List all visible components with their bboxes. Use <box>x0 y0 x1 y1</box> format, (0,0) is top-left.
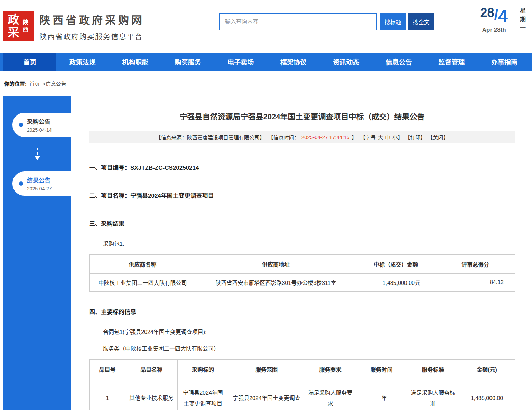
subject-table-row: 1 其他专业技术服务 宁强县2024年国土变更调查项目 宁强县2024年国土变更… <box>90 379 515 410</box>
subject-header-service-requirement: 服务要求 <box>305 359 356 379</box>
date-english: Apr 28th <box>480 27 508 34</box>
down-arrow-icon <box>3 147 71 161</box>
nav-item-framework-agreement[interactable]: 框架协议 <box>267 53 320 71</box>
section-result-heading: 三、采购结果 <box>89 219 515 227</box>
subject-header-service-scope: 服务范围 <box>228 359 305 379</box>
article-main: 宁强县自然资源局宁强县2024年国土变更调查项目中标（成交）结果公告 【信息来源… <box>71 96 532 410</box>
result-cell-supplier-address: 陕西省西安市雁塔区西影路301号办公楼3楼311室 <box>196 273 356 291</box>
subject-header-procurement-subject: 采购标的 <box>178 359 228 379</box>
nav-item-purchase-service[interactable]: 购买服务 <box>162 53 215 71</box>
sidebar-item-result-announcement[interactable]: 结果公告 2025-04-27 <box>12 171 71 196</box>
subject-cell-service-requirement: 满足采购人服务要求 <box>305 379 356 410</box>
search-input[interactable] <box>219 13 377 30</box>
contract-label: 合同包1(宁强县2024年国土变更调查项目): <box>103 327 515 336</box>
subject-cell-amount: 1,485,000.00 <box>459 379 515 410</box>
package-label: 采购包1: <box>103 239 515 248</box>
nav-item-supervision[interactable]: 监督管理 <box>425 53 478 71</box>
nav-item-home[interactable]: 首页 <box>3 53 56 71</box>
nav-item-announcements[interactable]: 信息公告 <box>373 53 426 71</box>
nav-item-guide[interactable]: 办事指南 <box>478 53 531 71</box>
sidebar-item-label: 结果公告 <box>27 176 71 184</box>
date-display: 28/4 Apr 28th <box>480 6 508 34</box>
subject-cell-service-scope: 宁强县2024年国土变更调查 <box>228 379 305 410</box>
result-table-row: 中陕核工业集团二一四大队有限公司 陕西省西安市雁塔区西影路301号办公楼3楼31… <box>90 273 515 291</box>
bullet-dot-icon <box>19 123 23 127</box>
result-table-header-row: 供应商名称 供应商地址 中标（成交）金额 评审总得分 <box>90 254 515 273</box>
sidebar-item-date: 2025-04-14 <box>27 127 71 133</box>
meta-source: 【信息来源：陕西嘉唐建设项目管理有限公司】 <box>156 133 265 141</box>
section-subject-heading: 四、主要标的信息 <box>89 307 515 316</box>
result-cell-total-score: 84.12 <box>436 273 515 291</box>
subject-cell-item-name: 其他专业技术服务 <box>125 379 178 410</box>
nav-item-news[interactable]: 资讯动态 <box>320 53 373 71</box>
site-logo[interactable]: 政采 陕西 <box>3 11 34 41</box>
service-class-label: 服务类（中陕核工业集团二一四大队有限公司） <box>103 344 515 352</box>
site-title: 陕西省政府采购网 <box>39 11 144 27</box>
subject-header-amount: 金额(元) <box>459 359 515 379</box>
bullet-dot-icon <box>19 181 23 186</box>
search-title-button[interactable]: 搜标题 <box>380 13 406 30</box>
subject-table-header-row: 品目号 品目名称 采购标的 服务范围 服务要求 服务时间 服务标准 金额(元) <box>90 359 515 379</box>
sidebar-item-purchase-announcement[interactable]: 采购公告 2025-04-14 <box>12 113 71 137</box>
font-size-small-button[interactable]: 小 <box>392 133 398 141</box>
logo-side-text: 陕西 <box>23 19 30 34</box>
meta-time-value: 2025-04-27 17:44:15 <box>301 134 349 140</box>
subject-header-service-standard: 服务标准 <box>407 359 459 379</box>
date-slash: / <box>494 7 498 23</box>
date-day: 28 <box>480 6 494 20</box>
result-header-award-amount: 中标（成交）金额 <box>356 254 436 273</box>
date-month: 4 <box>498 6 508 26</box>
font-size-large-button[interactable]: 大 <box>378 133 383 141</box>
breadcrumb-label: 你的位置: <box>4 80 27 87</box>
article-title: 宁强县自然资源局宁强县2024年国土变更调查项目中标（成交）结果公告 <box>89 112 515 122</box>
result-table: 供应商名称 供应商地址 中标（成交）金额 评审总得分 中陕核工业集团二一四大队有… <box>89 254 515 292</box>
subject-table: 品目号 品目名称 采购标的 服务范围 服务要求 服务时间 服务标准 金额(元) … <box>89 359 515 410</box>
sidebar: 采购公告 2025-04-14 结果公告 2025-04-27 <box>3 96 71 410</box>
article-meta-bar: 【信息来源：陕西嘉唐建设项目管理有限公司】 【信息时间： 2025-04-27 … <box>89 131 515 143</box>
font-size-medium-button[interactable]: 中 <box>385 133 390 141</box>
breadcrumb-home-link[interactable]: 首页 <box>29 80 40 87</box>
breadcrumb: 你的位置: 首页 >信息公告 <box>0 71 532 96</box>
subject-cell-service-time: 一年 <box>356 379 407 410</box>
nav-item-policy[interactable]: 政策法规 <box>56 53 109 71</box>
breadcrumb-current-link[interactable]: >信息公告 <box>43 80 66 87</box>
logo-main-text: 政采 <box>8 13 21 39</box>
meta-fontsize-close: 】 <box>398 133 403 141</box>
search-fulltext-button[interactable]: 搜全文 <box>408 13 434 30</box>
search-area: 搜标题 搜全文 <box>219 13 434 30</box>
content-area: 采购公告 2025-04-14 结果公告 2025-04-27 宁强县自然资源局… <box>0 96 532 410</box>
section-project-number: 一、项目编号：SXJTZB-ZC-CS20250214 <box>89 163 515 171</box>
nav-item-organization[interactable]: 机构职能 <box>109 53 162 71</box>
subject-header-item-no: 品目号 <box>90 359 125 379</box>
site-titles: 陕西省政府采购网 陕西省政府购买服务信息平台 <box>39 11 144 41</box>
subject-cell-item-no: 1 <box>90 379 125 410</box>
meta-time-label: 【信息时间： <box>268 133 299 141</box>
result-cell-award-amount: 1,485,000.00元 <box>356 273 436 291</box>
result-cell-supplier-name: 中陕核工业集团二一四大队有限公司 <box>90 273 196 291</box>
sidebar-item-date: 2025-04-27 <box>27 186 71 192</box>
section-project-name: 二、项目名称：宁强县2024年国土变更调查项目 <box>89 191 515 199</box>
subject-cell-service-standard: 满足采购人服务标准 <box>407 379 459 410</box>
date-numbers: 28/4 <box>480 6 508 26</box>
meta-time-close: 】 <box>352 133 357 141</box>
result-header-supplier-address: 供应商地址 <box>196 254 356 273</box>
subject-header-item-name: 品目名称 <box>125 359 178 379</box>
subject-header-service-time: 服务时间 <box>356 359 407 379</box>
site-header: 政采 陕西 陕西省政府采购网 陕西省政府购买服务信息平台 搜标题 搜全文 28/… <box>0 0 532 53</box>
main-nav: 首页 政策法规 机构职能 购买服务 电子卖场 框架协议 资讯动态 信息公告 监督… <box>0 53 532 71</box>
weekday-vertical-label: 星期一 <box>518 8 526 34</box>
print-button[interactable]: 【打印】 <box>405 133 426 141</box>
meta-fontsize-label: 【字号 <box>360 133 376 141</box>
site-subtitle: 陕西省政府购买服务信息平台 <box>39 31 144 41</box>
result-header-supplier-name: 供应商名称 <box>90 254 196 273</box>
sidebar-item-label: 采购公告 <box>27 117 71 125</box>
close-button[interactable]: 【关闭】 <box>428 133 448 141</box>
result-header-total-score: 评审总得分 <box>436 254 515 273</box>
subject-cell-procurement-subject: 宁强县2024年国土变更调查项目 <box>178 379 228 410</box>
nav-item-e-market[interactable]: 电子卖场 <box>214 53 267 71</box>
